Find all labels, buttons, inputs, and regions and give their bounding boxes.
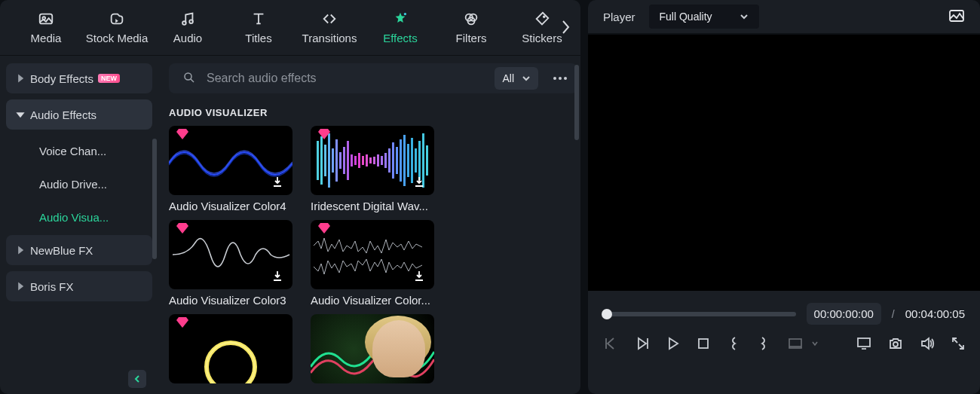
progress-handle[interactable] bbox=[602, 309, 612, 319]
effect-label: Iridescent Digital Wav... bbox=[311, 200, 434, 212]
sidebar-sub-voice-changer[interactable]: Voice Chan... bbox=[6, 136, 152, 166]
tab-stock-media[interactable]: Stock Media bbox=[81, 5, 152, 50]
tab-effects[interactable]: Effects bbox=[365, 5, 436, 50]
tab-audio[interactable]: Audio bbox=[152, 5, 223, 50]
effect-card[interactable]: Iridescent Digital Wav... bbox=[311, 126, 434, 212]
svg-point-10 bbox=[553, 77, 556, 80]
sidebar-scrollbar[interactable] bbox=[152, 139, 157, 259]
filters-icon bbox=[463, 11, 479, 27]
svg-rect-13 bbox=[317, 141, 319, 180]
download-icon[interactable] bbox=[413, 176, 427, 189]
svg-rect-21 bbox=[347, 141, 349, 180]
tab-filters[interactable]: Filters bbox=[436, 5, 507, 50]
quality-label: Full Quality bbox=[660, 11, 712, 23]
effects-sidebar: Body Effects NEW Audio Effects Voice Cha… bbox=[0, 56, 158, 394]
sidebar-sub-audio-visualizer[interactable]: Audio Visua... bbox=[6, 202, 152, 232]
mark-out-button[interactable] bbox=[757, 335, 770, 352]
time-current: 00:00:00:00 bbox=[807, 303, 881, 325]
search-input[interactable] bbox=[207, 72, 484, 85]
transitions-icon bbox=[321, 11, 338, 27]
progress-slider[interactable] bbox=[603, 312, 796, 316]
svg-rect-29 bbox=[377, 154, 379, 166]
prev-frame-button[interactable] bbox=[603, 335, 618, 352]
svg-rect-34 bbox=[396, 147, 398, 174]
sidebar-sub-audio-drive[interactable]: Audio Drive... bbox=[6, 169, 152, 199]
svg-rect-15 bbox=[324, 145, 326, 176]
aspect-chevron-icon[interactable] bbox=[807, 335, 823, 352]
top-tabs: Media Stock Media Audio Titles Transitio… bbox=[0, 0, 580, 56]
svg-rect-40 bbox=[418, 141, 421, 180]
player-controls: 00:00:00:00 / 00:04:00:05 bbox=[588, 291, 980, 394]
player-title: Player bbox=[603, 11, 635, 23]
svg-point-44 bbox=[207, 343, 255, 383]
filter-dropdown[interactable]: All bbox=[495, 67, 538, 90]
svg-rect-33 bbox=[392, 142, 394, 179]
effects-grid: Audio Visualizer Color4 Ir bbox=[169, 126, 577, 388]
content-scrollbar[interactable] bbox=[574, 65, 579, 140]
effect-card[interactable] bbox=[311, 314, 434, 388]
svg-rect-19 bbox=[339, 152, 341, 169]
tab-label: Stock Media bbox=[86, 32, 149, 44]
effect-card[interactable]: Audio Visualizer Color3 bbox=[169, 220, 292, 307]
effect-card[interactable]: Audio Visualizer Color4 bbox=[169, 126, 292, 212]
sidebar-body-effects[interactable]: Body Effects NEW bbox=[6, 63, 152, 93]
effect-thumbnail bbox=[311, 126, 434, 195]
sidebar-collapse-button[interactable] bbox=[128, 370, 146, 388]
play-pause-button[interactable] bbox=[635, 335, 650, 352]
svg-rect-26 bbox=[366, 154, 368, 166]
effect-card[interactable] bbox=[169, 314, 292, 388]
svg-rect-18 bbox=[335, 139, 338, 182]
mark-in-button[interactable] bbox=[727, 335, 740, 352]
tab-titles[interactable]: Titles bbox=[223, 5, 294, 50]
svg-point-49 bbox=[893, 342, 898, 347]
download-icon[interactable] bbox=[271, 176, 285, 189]
download-icon[interactable] bbox=[413, 270, 427, 283]
download-icon[interactable] bbox=[271, 270, 285, 283]
stock-media-icon bbox=[109, 11, 125, 27]
time-total: 00:04:00:05 bbox=[905, 307, 965, 320]
svg-rect-36 bbox=[403, 135, 406, 186]
stop-button[interactable] bbox=[697, 335, 710, 352]
display-button[interactable] bbox=[856, 335, 871, 352]
caret-right-icon bbox=[15, 245, 26, 255]
stickers-icon bbox=[534, 11, 550, 27]
tab-label: Media bbox=[31, 32, 62, 44]
premium-gem-icon bbox=[176, 129, 190, 142]
svg-rect-48 bbox=[858, 338, 870, 347]
effect-thumbnail bbox=[311, 314, 434, 383]
effects-toolbar: All bbox=[169, 63, 577, 93]
svg-point-3 bbox=[189, 20, 193, 23]
snapshot-icon[interactable] bbox=[948, 8, 965, 26]
sidebar-label: Boris FX bbox=[30, 280, 74, 293]
svg-point-12 bbox=[564, 77, 567, 80]
more-tabs-arrow[interactable] bbox=[556, 17, 574, 38]
tab-transitions[interactable]: Transitions bbox=[294, 5, 365, 50]
tab-media[interactable]: Media bbox=[11, 5, 81, 50]
svg-rect-32 bbox=[388, 148, 390, 173]
aspect-ratio-button[interactable] bbox=[787, 335, 804, 352]
svg-point-2 bbox=[182, 21, 186, 25]
tab-label: Transitions bbox=[302, 32, 357, 44]
more-options-button[interactable] bbox=[549, 67, 571, 90]
svg-point-11 bbox=[559, 77, 562, 80]
effect-thumbnail bbox=[169, 220, 292, 289]
effect-label: Audio Visualizer Color3 bbox=[169, 294, 292, 307]
chevron-down-icon bbox=[522, 74, 531, 83]
quality-dropdown[interactable]: Full Quality bbox=[649, 5, 759, 29]
premium-gem-icon bbox=[318, 129, 332, 142]
effect-thumbnail bbox=[169, 126, 292, 195]
volume-button[interactable] bbox=[920, 335, 935, 352]
svg-rect-17 bbox=[332, 148, 334, 173]
sidebar-boris-fx[interactable]: Boris FX bbox=[6, 271, 152, 301]
play-button[interactable] bbox=[666, 335, 680, 352]
player-viewport[interactable] bbox=[588, 35, 980, 291]
sidebar-audio-effects[interactable]: Audio Effects bbox=[6, 99, 152, 130]
fullscreen-button[interactable] bbox=[951, 335, 965, 352]
sidebar-newblue-fx[interactable]: NewBlue FX bbox=[6, 235, 152, 265]
svg-rect-28 bbox=[373, 157, 375, 164]
effect-card[interactable]: Audio Visualizer Color... bbox=[311, 220, 434, 307]
caret-down-icon bbox=[15, 109, 26, 120]
camera-button[interactable] bbox=[888, 335, 903, 352]
svg-rect-22 bbox=[351, 154, 353, 166]
effect-thumbnail bbox=[169, 314, 292, 383]
